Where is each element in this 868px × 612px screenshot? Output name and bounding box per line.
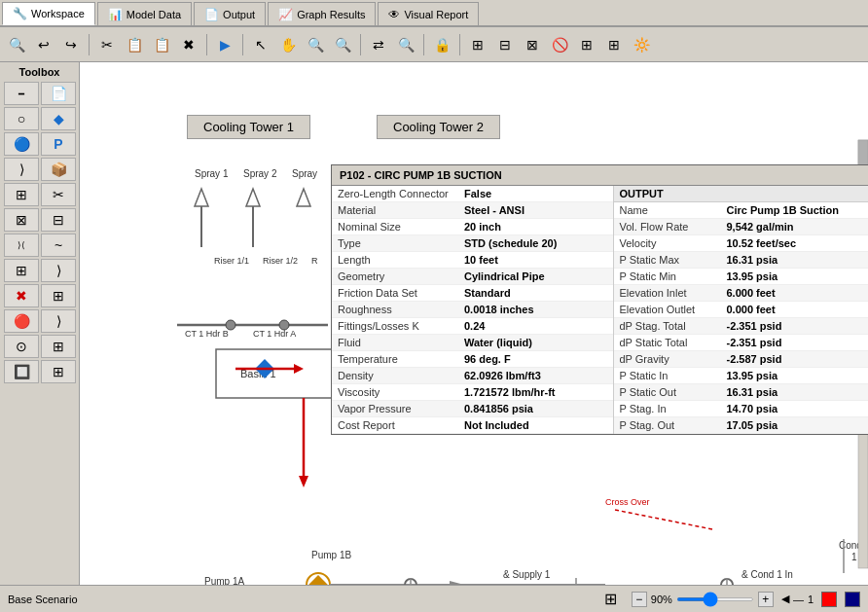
toolbox-wave-item[interactable]: ~ — [41, 234, 76, 257]
supply-arrow — [450, 581, 464, 585]
toolbox-x-item[interactable]: ✖ — [4, 284, 39, 307]
popup-right-rows: NameCirc Pump 1B SuctionVol. Flow Rate9,… — [614, 202, 869, 434]
tab-model-data[interactable]: 📊 Model Data — [97, 2, 192, 25]
popup-right-value-13: 17.05 psia — [721, 417, 784, 433]
tab-output[interactable]: 📄 Output — [194, 2, 266, 25]
toolbox-grid3-item[interactable]: ⊞ — [41, 335, 76, 358]
toolbox-scissors-item[interactable]: ✂ — [41, 183, 76, 206]
popup-left-value-14: Not Included — [458, 417, 535, 433]
tab-workspace[interactable]: 🔧 Workspace — [2, 2, 95, 25]
toolbar-lamp-btn[interactable]: 🔆 — [629, 32, 654, 57]
junction2 — [279, 320, 289, 330]
tab-visual-report[interactable]: 👁 Visual Report — [378, 2, 479, 25]
toolbar-pan-btn[interactable]: ✋ — [275, 32, 301, 57]
toolbar-redo-btn[interactable]: ↪ — [58, 32, 84, 57]
toolbox-diamond-item[interactable]: ◆ — [41, 107, 76, 130]
toolbar-copy-btn[interactable]: 📋 — [122, 32, 147, 57]
tab-graph-results[interactable]: 📈 Graph Results — [268, 2, 376, 25]
toolbar-select-btn[interactable]: ↖ — [248, 32, 273, 57]
popup-right-row-4: P Static Min13.95 psia — [614, 269, 869, 285]
zoom-out-btn[interactable]: − — [632, 592, 647, 607]
toolbox-plus-item[interactable]: ⊞ — [4, 183, 39, 206]
toolbox-pipe-item[interactable]: ━ — [4, 82, 39, 105]
popup-right-row-7: dP Stag. Total-2.351 psid — [614, 318, 869, 335]
crossover-label: Cross Over — [605, 497, 650, 507]
popup-left-value-2: 20 inch — [458, 219, 507, 234]
zoom-slider[interactable] — [676, 597, 754, 601]
toolbar-grid3-btn[interactable]: ⊠ — [520, 32, 545, 57]
popup-left-value-10: 96 deg. F — [458, 351, 517, 367]
tab-workspace-label: Workspace — [31, 8, 85, 19]
popup-left-value-4: 10 feet — [458, 252, 504, 268]
toolbar-search-btn[interactable]: 🔍 — [393, 32, 418, 57]
toolbar-delete-btn[interactable]: ✖ — [176, 32, 201, 57]
toolbar-new-btn[interactable]: 🔍 — [4, 32, 29, 57]
toolbox-box-item[interactable]: 📦 — [41, 158, 76, 181]
toolbox-xbox-item[interactable]: ⊠ — [4, 208, 39, 232]
popup-left-label-11: Density — [332, 368, 458, 383]
popup-left-label-3: Type — [332, 235, 458, 251]
popup-right-value-12: 14.70 psia — [721, 401, 784, 416]
toolbox-grid-item[interactable]: ⊞ — [4, 259, 39, 282]
canvas-area[interactable]: Cooling Tower 1 Cooling Tower 2 Spray 1 … — [80, 62, 868, 585]
toolbar-no-btn[interactable]: 🚫 — [547, 32, 572, 57]
toolbox-circle-item[interactable]: ○ — [4, 107, 39, 130]
toolbox-minus-item[interactable]: ⊟ — [41, 208, 76, 232]
popup-right-label-13: P Stag. Out — [614, 417, 721, 433]
toolbox-red-item[interactable]: 🔴 — [4, 309, 39, 333]
toolbox-square-item[interactable]: 🔲 — [4, 360, 39, 383]
popup-right-row-12: P Stag. In14.70 psia — [614, 401, 869, 417]
toolbox-arrow2-item[interactable]: ⟩ — [41, 259, 76, 282]
toolbar-grid4-btn[interactable]: ⊞ — [574, 32, 599, 57]
toolbox-arrow3-item[interactable]: ⟩ — [41, 309, 76, 333]
pump1b-diamond — [308, 575, 328, 585]
toolbar-undo-btn[interactable]: ↩ — [31, 32, 56, 57]
popup-left-row-11: Density62.0926 lbm/ft3 — [332, 368, 613, 384]
toolbar-paste-btn[interactable]: 📋 — [149, 32, 174, 57]
toolbar-sep5 — [423, 34, 424, 55]
popup-right-value-6: 0.000 feet — [721, 302, 781, 317]
popup-left-label-10: Temperature — [332, 351, 458, 367]
popup-left-value-13: 0.841856 psia — [458, 401, 539, 416]
popup-left-row-0: Zero-Length ConnectorFalse — [332, 186, 613, 202]
popup-left-value-0: False — [458, 186, 497, 201]
popup-right-value-1: 9,542 gal/min — [721, 219, 800, 234]
status-fit-btn[interactable]: ⊞ — [598, 587, 624, 612]
zoom-in-btn[interactable]: + — [758, 592, 774, 607]
output-icon: 📄 — [204, 8, 219, 21]
toolbar-cut-btn[interactable]: ✂ — [94, 32, 120, 57]
toolbar-lock-btn[interactable]: 🔒 — [429, 32, 454, 57]
popup-left-row-6: Friction Data SetStandard — [332, 285, 613, 302]
spray2-nozzle — [246, 189, 260, 206]
color-box-blue[interactable] — [845, 592, 860, 607]
toolbar-sep1 — [89, 34, 90, 55]
toolbar-zoom-in-btn[interactable]: 🔍 — [303, 32, 328, 57]
toolbox-exchange-item[interactable]: ⟩⟨ — [4, 234, 39, 257]
toolbox-valve-item[interactable]: 🔵 — [4, 132, 39, 156]
popup-left-value-7: 0.0018 inches — [458, 302, 540, 317]
page-arrow-left[interactable]: ◀ — [781, 593, 789, 605]
status-bar: Base Scenario ⊞ − 90% + ◀ — 1 — [0, 585, 868, 612]
popup-right-row-2: Velocity10.52 feet/sec — [614, 235, 869, 252]
toolbox-arrow-item[interactable]: ⟩ — [4, 158, 39, 181]
toolbar-grid2-btn[interactable]: ⊟ — [492, 32, 518, 57]
toolbox-circle2-item[interactable]: ⊙ — [4, 335, 39, 358]
toolbox-grid4-item[interactable]: ⊞ — [41, 360, 76, 383]
toolbox-grid2-item[interactable]: ⊞ — [41, 284, 76, 307]
toolbar-swap-btn[interactable]: ⇄ — [366, 32, 391, 57]
svg-text:1: 1 — [851, 552, 857, 562]
junction1 — [226, 320, 235, 330]
toolbar-grid1-btn[interactable]: ⊞ — [465, 32, 490, 57]
popup-right-value-4: 13.95 psia — [721, 269, 784, 284]
color-box-red[interactable] — [821, 592, 837, 607]
popup-right-label-8: dP Static Total — [614, 335, 721, 350]
toolbox-grid: ━ 📄 ○ ◆ 🔵 P ⟩ 📦 ⊞ ✂ ⊠ ⊟ ⟩⟨ ~ ⊞ ⟩ ✖ ⊞ — [4, 82, 75, 383]
popup-left-row-1: MaterialSteel - ANSI — [332, 202, 613, 219]
popup-left-label-13: Vapor Pressure — [332, 401, 458, 416]
toolbar-run-btn[interactable]: ▶ — [212, 32, 237, 57]
popup-right-row-8: dP Static Total-2.351 psid — [614, 335, 869, 351]
toolbar-zoom-out-btn[interactable]: 🔍 — [330, 32, 355, 57]
toolbox-pump-item[interactable]: P — [41, 132, 76, 156]
toolbox-doc-item[interactable]: 📄 — [41, 82, 76, 105]
toolbar-grid5-btn[interactable]: ⊞ — [601, 32, 627, 57]
